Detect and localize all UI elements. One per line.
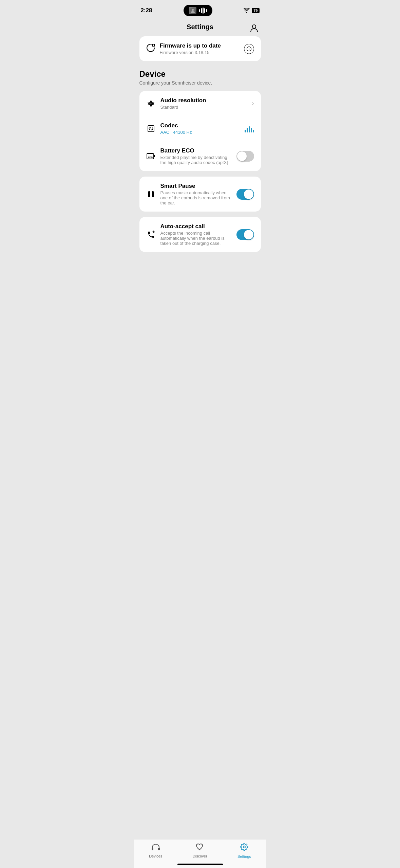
device-section-subtitle: Configure your Sennheiser device. [139, 80, 261, 86]
audio-resolution-label: Audio resolution [160, 97, 247, 104]
chevron-right-icon: › [252, 100, 254, 107]
smart-pause-icon [146, 189, 156, 199]
battery-icon: 79 [252, 8, 259, 13]
profile-button[interactable] [249, 22, 260, 33]
battery-eco-toggle[interactable] [236, 151, 254, 162]
firmware-subtitle: Firmware version 3.18.15 [160, 50, 221, 55]
audio-resolution-icon [146, 99, 156, 108]
smart-pause-toggle-action[interactable] [236, 189, 254, 200]
main-content: Firmware is up to date Firmware version … [134, 36, 266, 291]
auto-accept-description: Accepts the incoming call automatically … [160, 231, 232, 246]
audio-resolution-row[interactable]: Audio resolution Standard › [139, 91, 261, 116]
svg-point-1 [192, 9, 194, 11]
battery-eco-label: Battery ECO [160, 147, 232, 154]
auto-accept-card: Auto-accept call Accepts the incoming ca… [139, 217, 261, 252]
audio-resolution-action: › [252, 100, 254, 107]
device-settings-card: Audio resolution Standard › Codec AAC | … [139, 91, 261, 171]
svg-rect-8 [154, 155, 155, 157]
firmware-card[interactable]: Firmware is up to date Firmware version … [139, 36, 261, 61]
svg-text:ECO: ECO [148, 156, 153, 158]
auto-accept-toggle-action[interactable] [236, 229, 254, 240]
status-time: 2:28 [141, 7, 152, 14]
wifi-icon [244, 8, 250, 13]
audio-resolution-value: Standard [160, 105, 247, 110]
battery-eco-icon: ECO [146, 151, 156, 161]
smart-pause-label: Smart Pause [160, 183, 232, 189]
device-section-header: Device Configure your Sennheiser device. [139, 69, 261, 86]
page-header: Settings [134, 19, 266, 36]
battery-eco-content: Battery ECO Extended playtime by deactiv… [160, 147, 232, 165]
codec-bars-action [245, 125, 254, 132]
auto-accept-toggle-knob [244, 230, 253, 239]
smart-pause-description: Pauses music automatically when one of t… [160, 190, 232, 205]
auto-accept-label: Auto-accept call [160, 223, 232, 230]
smart-pause-row[interactable]: Smart Pause Pauses music automatically w… [139, 177, 261, 212]
battery-eco-toggle-action[interactable] [236, 151, 254, 162]
page-title: Settings [187, 23, 213, 31]
status-bar: 2:28 79 [134, 0, 266, 19]
battery-eco-description: Extended playtime by deactivating the hi… [160, 155, 232, 165]
codec-bars-icon [245, 125, 254, 132]
auto-accept-row[interactable]: Auto-accept call Accepts the incoming ca… [139, 217, 261, 252]
firmware-icon [146, 43, 155, 54]
codec-row[interactable]: Codec AAC | 44100 Hz [139, 116, 261, 141]
status-right: 79 [244, 8, 259, 13]
auto-accept-icon [146, 230, 156, 239]
dynamic-island [184, 5, 212, 16]
device-section-title: Device [139, 69, 261, 79]
svg-point-5 [149, 102, 153, 105]
profile-icon [249, 22, 260, 33]
smart-pause-toggle[interactable] [236, 189, 254, 200]
firmware-info: Firmware is up to date Firmware version … [146, 42, 221, 55]
codec-content: Codec AAC | 44100 Hz [160, 122, 240, 135]
battery-eco-row[interactable]: ECO Battery ECO Extended playtime by dea… [139, 141, 261, 171]
auto-accept-toggle[interactable] [236, 229, 254, 240]
firmware-title: Firmware is up to date [160, 42, 221, 49]
svg-rect-10 [148, 191, 150, 197]
codec-label: Codec [160, 122, 240, 129]
smart-pause-card: Smart Pause Pauses music automatically w… [139, 177, 261, 212]
avatar-icon [189, 7, 196, 14]
audio-resolution-content: Audio resolution Standard [160, 97, 247, 110]
auto-accept-content: Auto-accept call Accepts the incoming ca… [160, 223, 232, 246]
svg-rect-11 [152, 191, 154, 197]
svg-point-2 [252, 25, 256, 28]
waveform-icon [199, 7, 207, 14]
codec-value: AAC | 44100 Hz [160, 130, 240, 135]
smart-pause-content: Smart Pause Pauses music automatically w… [160, 183, 232, 205]
svg-text:i: i [248, 48, 249, 51]
firmware-info-button[interactable]: i [244, 44, 254, 54]
smart-pause-toggle-knob [244, 189, 253, 199]
battery-eco-toggle-knob [237, 151, 247, 161]
codec-icon [146, 124, 156, 133]
